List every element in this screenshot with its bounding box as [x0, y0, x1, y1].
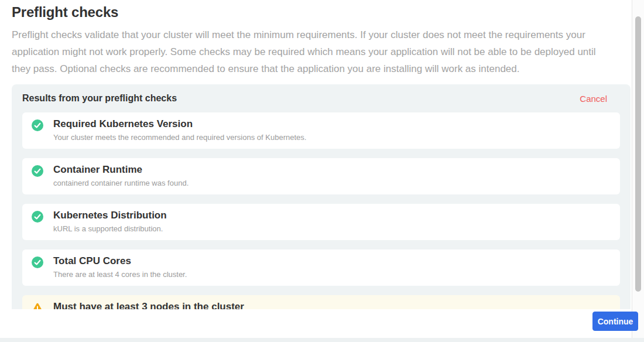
check-message: kURL is a supported distribution. — [53, 224, 167, 233]
check-message: Your cluster meets the recommended and r… — [53, 133, 306, 142]
check-circle-icon — [32, 211, 43, 223]
check-title: Kubernetes Distribution — [53, 210, 167, 221]
scrollbar-thumb[interactable] — [635, 16, 641, 292]
vertical-scrollbar[interactable] — [632, 0, 644, 338]
cancel-link[interactable]: Cancel — [580, 94, 607, 104]
preflight-results-panel: Results from your preflight checks Cance… — [12, 84, 631, 309]
check-text: Must have at least 3 nodes in the cluste… — [53, 301, 244, 309]
check-result-row: Total CPU Cores There are at least 4 cor… — [22, 249, 620, 286]
check-text: Total CPU Cores There are at least 4 cor… — [53, 255, 187, 279]
check-circle-icon — [32, 165, 43, 177]
page-description: Preflight checks validate that your clus… — [0, 26, 621, 77]
check-result-row: Kubernetes Distribution kURL is a suppor… — [22, 204, 620, 240]
check-result-row: Container Runtime containerd container r… — [22, 158, 620, 194]
check-text: Container Runtime containerd container r… — [53, 164, 189, 187]
panel-header: Results from your preflight checks Cance… — [22, 93, 620, 104]
check-result-row: Must have at least 3 nodes in the cluste… — [22, 295, 620, 309]
check-title: Required Kubernetes Version — [53, 118, 306, 130]
continue-button[interactable]: Continue — [592, 312, 638, 331]
check-title: Container Runtime — [53, 164, 189, 176]
check-text: Kubernetes Distribution kURL is a suppor… — [53, 210, 167, 233]
check-circle-icon — [32, 119, 43, 131]
check-title: Must have at least 3 nodes in the cluste… — [53, 301, 244, 309]
check-list: Required Kubernetes Version Your cluster… — [22, 112, 620, 309]
check-message: containerd container runtime was found. — [53, 179, 189, 187]
check-title: Total CPU Cores — [53, 255, 187, 267]
panel-heading: Results from your preflight checks — [22, 93, 177, 104]
warning-triangle-icon — [32, 303, 43, 309]
check-circle-icon — [32, 256, 43, 268]
page-title: Preflight checks — [0, 0, 631, 20]
check-result-row: Required Kubernetes Version Your cluster… — [22, 112, 620, 149]
check-text: Required Kubernetes Version Your cluster… — [53, 118, 306, 142]
check-message: There are at least 4 cores in the cluste… — [53, 270, 187, 279]
main-content: Preflight checks Preflight checks valida… — [0, 0, 631, 309]
bottom-strip — [0, 338, 644, 342]
